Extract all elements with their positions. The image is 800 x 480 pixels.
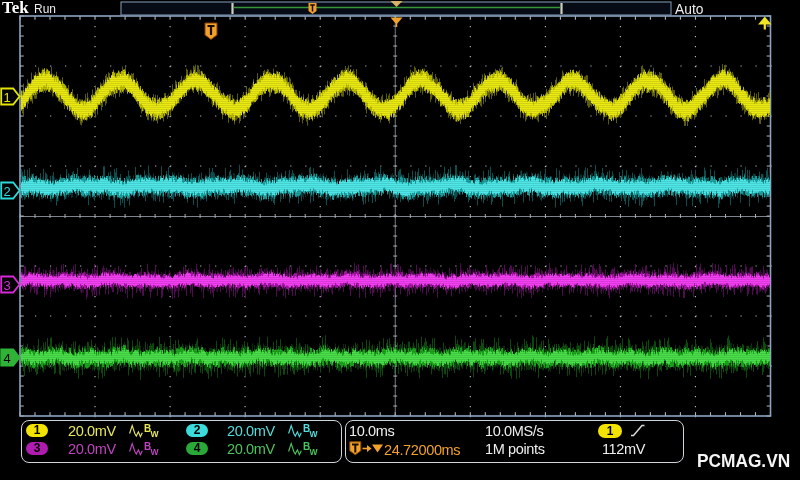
svg-text:W: W xyxy=(151,429,160,439)
svg-text:1: 1 xyxy=(3,90,10,105)
svg-text:W: W xyxy=(151,447,160,457)
svg-text:W: W xyxy=(310,429,319,439)
svg-text:2: 2 xyxy=(3,184,10,199)
svg-text:W: W xyxy=(310,447,319,457)
svg-text:4: 4 xyxy=(3,351,10,366)
svg-text:3: 3 xyxy=(3,278,10,293)
